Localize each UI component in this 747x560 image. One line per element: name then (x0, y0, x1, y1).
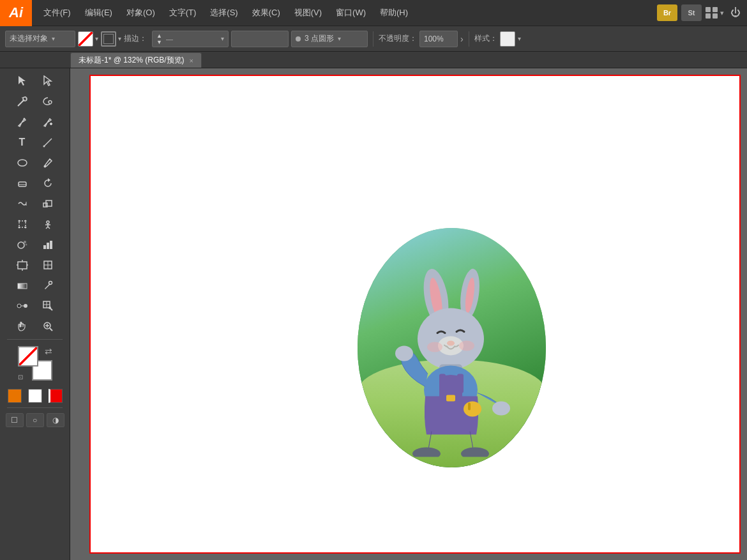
stroke-swatch[interactable] (101, 31, 116, 47)
menu-select[interactable]: 选择(S) (204, 4, 244, 21)
column-graph-tool[interactable] (36, 235, 60, 254)
opacity-expand[interactable]: › (460, 34, 464, 44)
tool-row-11 (0, 276, 70, 295)
svg-line-10 (44, 139, 52, 146)
direct-selection-tool[interactable] (36, 72, 60, 91)
color-stroke-button[interactable] (47, 387, 64, 405)
stroke-weight-input[interactable]: ▲▼ — ▾ (152, 31, 229, 47)
fullscreen-mode-button[interactable]: ○ (26, 413, 44, 427)
type-tool[interactable]: T (10, 133, 34, 152)
opacity-input[interactable]: 100% (419, 31, 458, 47)
puppet-warp-tool[interactable] (36, 215, 60, 234)
artboard-tool[interactable] (10, 255, 34, 275)
rabbit-character-svg (375, 259, 529, 457)
tool-row-3 (0, 112, 70, 132)
svg-point-48 (24, 304, 27, 308)
pen-tool[interactable] (10, 112, 34, 132)
symbol-sprayer-tool[interactable] (10, 235, 34, 254)
document-tab[interactable]: 未标题-1* @ 132% (RGB/预览) × (70, 52, 202, 68)
blend-tool[interactable] (10, 296, 34, 315)
object-name-dropdown[interactable]: 未选择对象 ▾ (5, 31, 75, 47)
left-toolbar: T (0, 68, 70, 560)
ai-logo: Ai (0, 0, 32, 26)
stroke-dropdown-arrow: ▾ (221, 35, 224, 42)
mesh-tool[interactable] (36, 255, 60, 275)
bottom-tool-icons: ☐ ○ ◑ (0, 411, 70, 430)
bridge-button[interactable]: Br (657, 4, 677, 21)
hand-tool[interactable] (10, 317, 34, 336)
scale-tool[interactable] (36, 194, 60, 213)
menu-text[interactable]: 文字(T) (163, 4, 203, 21)
toolbar-separator-1 (373, 31, 374, 47)
menu-file[interactable]: 文件(F) (37, 4, 77, 21)
toolbar-separator-2 (469, 31, 469, 47)
menu-window[interactable]: 窗口(W) (329, 4, 372, 21)
svg-point-73 (395, 345, 413, 361)
svg-line-55 (50, 328, 52, 331)
svg-point-47 (17, 304, 21, 308)
tab-close-button[interactable]: × (190, 57, 193, 64)
dot-arrow: ▾ (338, 35, 341, 42)
menu-help[interactable]: 帮助(H) (374, 4, 414, 21)
artboard[interactable] (89, 75, 741, 554)
workspace-switcher[interactable]: ▾ (706, 7, 724, 19)
svg-rect-20 (19, 221, 26, 227)
menu-edit[interactable]: 编辑(E) (79, 4, 119, 21)
stock-button[interactable]: St (681, 4, 702, 21)
dot-indicator (296, 36, 301, 42)
screen-mode-button[interactable]: ☐ (6, 413, 24, 427)
warp-tool[interactable] (10, 194, 34, 213)
rabbit-oval-frame (358, 228, 546, 467)
main-area: T (0, 68, 747, 560)
color-tool-separator (7, 407, 63, 408)
stroke-swatch-group: ▾ (101, 31, 121, 47)
fill-arrow: ▾ (95, 35, 98, 42)
magic-wand-tool[interactable] (10, 92, 34, 111)
ellipse-tool[interactable] (10, 153, 34, 172)
menu-items: 文件(F) 编辑(E) 对象(O) 文字(T) 选择(S) 效果(C) 视图(V… (32, 4, 414, 21)
swap-colors-button[interactable]: ⇄ (45, 346, 52, 356)
orange-swatch (8, 389, 22, 403)
style-preview[interactable] (500, 31, 515, 47)
rotate-tool[interactable] (36, 174, 60, 193)
menu-view[interactable]: 视图(V) (288, 4, 328, 21)
line-segment-tool[interactable] (36, 133, 60, 152)
menu-bar: Ai 文件(F) 编辑(E) 对象(O) 文字(T) 选择(S) 效果(C) 视… (0, 0, 747, 26)
lasso-tool[interactable] (36, 92, 60, 111)
live-paint-bucket-tool[interactable] (36, 296, 60, 315)
svg-line-29 (48, 227, 50, 229)
color-fill-button[interactable] (6, 387, 24, 405)
svg-point-12 (18, 160, 27, 166)
tab-title: 未标题-1* @ 132% (RGB/预览) (79, 55, 185, 66)
dot-size-dropdown[interactable]: 3 点圆形 ▾ (291, 31, 368, 47)
presentation-mode-button[interactable]: ◑ (47, 413, 64, 427)
power-icon[interactable]: ⏻ (730, 7, 741, 19)
svg-point-23 (18, 227, 20, 229)
fill-stroke-group: ▾ (78, 31, 98, 47)
eyedropper-tool[interactable] (36, 276, 60, 295)
svg-rect-35 (47, 243, 49, 249)
svg-point-22 (24, 220, 26, 222)
menu-effect[interactable]: 效果(C) (246, 4, 287, 21)
free-transform-tool[interactable] (10, 215, 34, 234)
svg-point-31 (24, 241, 26, 243)
svg-marker-0 (19, 76, 26, 86)
tool-row-2 (0, 92, 70, 111)
canvas-area (70, 68, 747, 560)
tool-row-8 (0, 215, 70, 234)
style-label: 样式： (474, 33, 497, 44)
paintbrush-tool[interactable] (36, 153, 60, 172)
selection-tool[interactable] (10, 72, 34, 91)
foreground-color-swatch[interactable] (18, 346, 38, 367)
zoom-tool[interactable] (36, 317, 60, 336)
add-anchor-point-tool[interactable] (36, 112, 60, 132)
gradient-tool[interactable] (10, 276, 34, 295)
menu-object[interactable]: 对象(O) (120, 4, 162, 21)
svg-rect-37 (18, 262, 27, 269)
fill-swatch[interactable] (78, 31, 93, 47)
reset-colors-button[interactable]: ⊡ (18, 374, 23, 381)
eraser-tool[interactable] (10, 174, 34, 193)
stroke-value-input[interactable] (231, 31, 289, 47)
color-section: ⇄ ⊡ (0, 342, 70, 384)
color-none-button[interactable] (26, 387, 44, 405)
